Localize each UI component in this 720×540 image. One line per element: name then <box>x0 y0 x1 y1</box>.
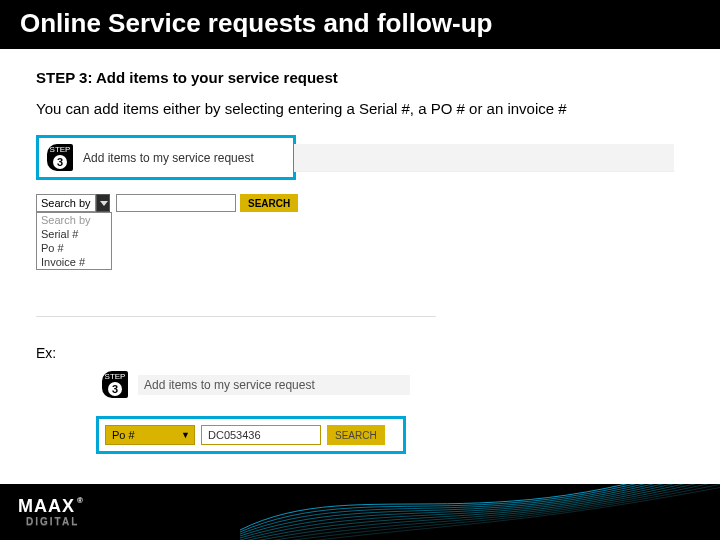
slide-content: STEP 3: Add items to your service reques… <box>0 49 720 454</box>
search-row: Search by Search by Serial # Po # Invoic… <box>36 194 684 270</box>
header-bg-strip <box>294 144 674 172</box>
wave-graphic <box>240 484 720 540</box>
brand-logo: MAAX ® DIGITAL <box>18 497 84 527</box>
step-badge: STEP 3 <box>47 144 73 171</box>
step-description: You can add items either by selecting en… <box>36 100 684 117</box>
step-badge-number: 3 <box>53 155 67 169</box>
registered-icon: ® <box>77 497 84 505</box>
dropdown-toggle[interactable] <box>96 194 110 212</box>
brand-name: MAAX <box>18 497 75 515</box>
step-badge-label: STEP <box>50 146 71 154</box>
example-search-row: Po # ▼ SEARCH <box>96 416 406 454</box>
search-input[interactable] <box>116 194 236 212</box>
example-select-value: Po # <box>112 429 135 441</box>
step-badge-label: STEP <box>105 373 126 381</box>
dropdown-option-placeholder[interactable]: Search by <box>37 213 111 227</box>
example-search-button[interactable]: SEARCH <box>327 425 385 445</box>
chevron-down-icon: ▼ <box>181 430 190 440</box>
dropdown-option-po[interactable]: Po # <box>37 241 111 255</box>
screenshot-1: STEP 3 Add items to my service request S… <box>36 135 684 317</box>
step3-header-text: Add items to my service request <box>83 151 254 165</box>
brand-subline: DIGITAL <box>26 517 84 527</box>
searchby-dropdown-open[interactable]: Search by Serial # Po # Invoice # <box>36 212 112 270</box>
dropdown-option-invoice[interactable]: Invoice # <box>37 255 111 269</box>
example-label: Ex: <box>36 345 684 361</box>
example-select-po[interactable]: Po # ▼ <box>105 425 195 445</box>
step-badge: STEP 3 <box>102 371 128 398</box>
footer-bar: MAAX ® DIGITAL <box>0 484 720 540</box>
slide-title: Online Service requests and follow-up <box>0 0 720 49</box>
example-header-row: STEP 3 Add items to my service request <box>96 367 416 402</box>
example-input[interactable] <box>201 425 321 445</box>
divider <box>36 316 436 317</box>
example-header-text: Add items to my service request <box>144 378 315 392</box>
searchby-label: Search by <box>36 194 96 212</box>
dropdown-option-serial[interactable]: Serial # <box>37 227 111 241</box>
step-heading: STEP 3: Add items to your service reques… <box>36 69 684 86</box>
search-button[interactable]: SEARCH <box>240 194 298 212</box>
step-badge-number: 3 <box>108 382 122 396</box>
step3-header-box: STEP 3 Add items to my service request <box>36 135 296 180</box>
